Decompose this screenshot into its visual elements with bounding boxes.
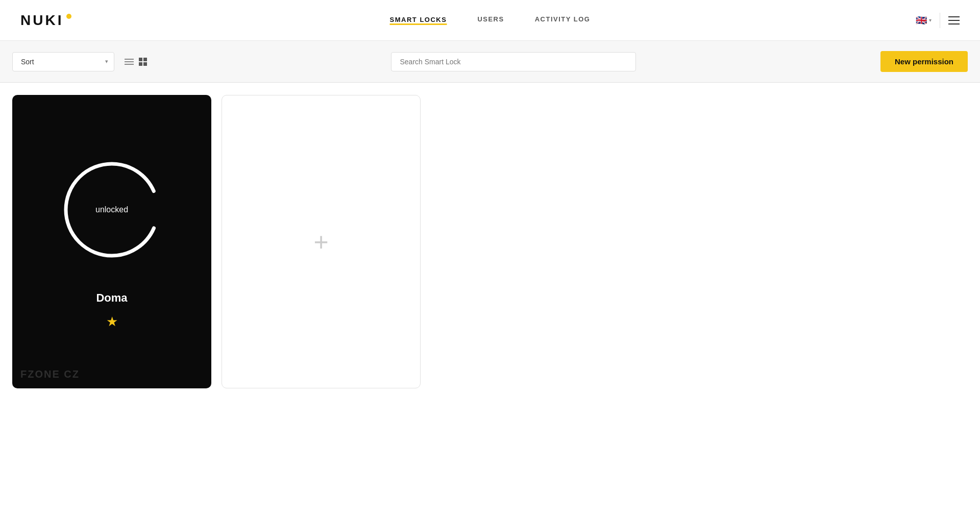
lock-status: unlocked — [95, 205, 128, 214]
lock-star-icon: ★ — [106, 314, 118, 330]
add-lock-icon: + — [313, 229, 328, 255]
sort-select[interactable]: Sort — [12, 52, 114, 71]
header: NUKI SMART LOCKS USERS ACTIVITY LOG 🇬🇧 ▾ — [0, 0, 980, 41]
grid-view-button[interactable] — [139, 58, 147, 66]
logo[interactable]: NUKI — [20, 12, 71, 29]
main-nav: SMART LOCKS USERS ACTIVITY LOG — [390, 15, 591, 25]
search-input[interactable] — [391, 52, 636, 71]
nav-item-activity-log[interactable]: ACTIVITY LOG — [535, 15, 591, 25]
hamburger-menu-button[interactable] — [948, 16, 960, 24]
hamburger-line-2 — [948, 20, 960, 21]
nav-item-smart-locks[interactable]: SMART LOCKS — [390, 16, 447, 25]
logo-text: NUKI — [20, 12, 63, 29]
watermark: fzone CZ — [20, 368, 80, 380]
lock-circle-container: unlocked — [56, 154, 168, 266]
list-view-button[interactable] — [125, 59, 134, 65]
logo-dot — [66, 14, 71, 19]
hamburger-line-3 — [948, 23, 960, 24]
grid-view-icon — [139, 58, 147, 66]
header-divider — [940, 13, 940, 28]
search-wrapper — [155, 52, 872, 71]
language-selector[interactable]: 🇬🇧 ▾ — [916, 15, 932, 26]
lock-name: Doma — [96, 291, 127, 305]
lock-card-doma[interactable]: unlocked Doma ★ fzone CZ — [12, 95, 211, 388]
view-toggle — [125, 58, 147, 66]
chevron-down-icon: ▾ — [929, 17, 932, 23]
header-right: 🇬🇧 ▾ — [916, 13, 960, 28]
nav-item-users[interactable]: USERS — [477, 15, 504, 25]
list-view-icon — [125, 59, 134, 65]
flag-icon: 🇬🇧 — [916, 15, 927, 26]
sort-wrapper: Sort ▾ — [12, 52, 114, 71]
locks-grid: unlocked Doma ★ fzone CZ + — [0, 83, 980, 401]
add-lock-card[interactable]: + — [222, 95, 421, 388]
toolbar: Sort ▾ New permission — [0, 41, 980, 83]
hamburger-line-1 — [948, 16, 960, 17]
new-permission-button[interactable]: New permission — [880, 51, 968, 72]
